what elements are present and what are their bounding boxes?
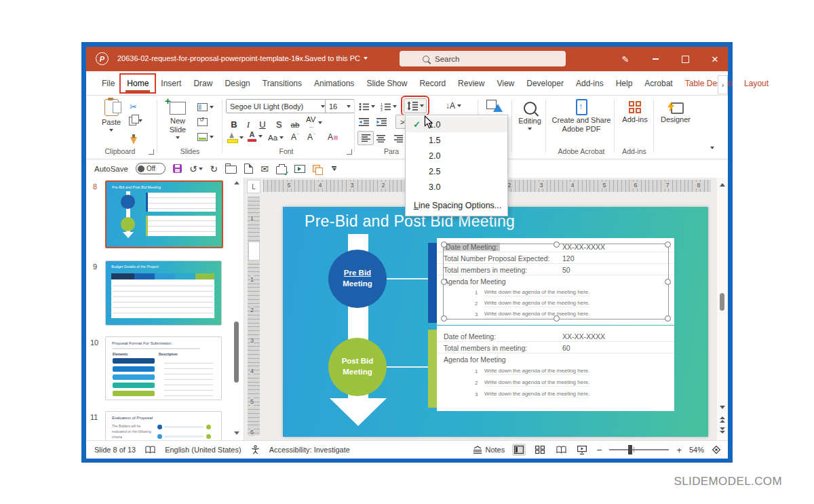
search-box[interactable]: Search <box>400 51 566 66</box>
menu-item-1-0[interactable]: ✓ 1.0 <box>406 117 507 132</box>
new-slide-button[interactable]: New Slide <box>162 99 193 139</box>
tab-help[interactable]: Help <box>610 75 639 92</box>
slide-8-thumbnail[interactable]: Pre-Bid and Post Bid Meeting <box>105 180 223 248</box>
tab-acrobat[interactable]: Acrobat <box>638 75 678 92</box>
zoom-slider[interactable] <box>609 449 669 450</box>
underline-button[interactable]: U <box>257 115 268 130</box>
menu-item-2-5[interactable]: 2.5 <box>406 163 507 179</box>
minimize-button[interactable] <box>644 47 667 71</box>
character-spacing-button[interactable]: AV↔ <box>306 117 322 129</box>
editor-scrollbar[interactable] <box>717 178 728 440</box>
thumbnail-scrollbar[interactable] <box>233 178 240 440</box>
duplicate-slide-button[interactable] <box>313 165 320 172</box>
increase-font-size-button[interactable]: Aˆ <box>291 131 299 143</box>
strikethrough-button[interactable]: ab <box>288 115 302 130</box>
slide-sorter-view-button[interactable] <box>533 444 547 456</box>
zoom-out-button[interactable]: − <box>596 444 602 455</box>
zoom-slider-thumb[interactable] <box>628 445 632 454</box>
section-button[interactable] <box>197 131 214 143</box>
increase-indent-button[interactable] <box>376 116 387 128</box>
open-button[interactable] <box>225 163 237 174</box>
align-left-button[interactable] <box>357 131 374 145</box>
scroll-up-icon[interactable] <box>234 181 239 185</box>
powerpoint-logo-icon[interactable]: P <box>96 52 109 65</box>
decrease-font-size-button[interactable]: Aˇ <box>307 131 315 143</box>
resize-handle[interactable] <box>554 241 560 248</box>
tab-add-ins[interactable]: Add-ins <box>570 75 610 92</box>
resize-handle[interactable] <box>665 315 671 322</box>
start-slideshow-button[interactable] <box>294 165 305 173</box>
fit-to-window-icon[interactable] <box>712 445 721 454</box>
tab-file[interactable]: File <box>96 75 121 92</box>
zoom-in-button[interactable]: + <box>676 445 682 455</box>
highlight-color-button[interactable] <box>227 132 244 144</box>
postbid-meeting-circle[interactable]: Post Bid Meeting <box>328 338 387 396</box>
next-slide-button[interactable] <box>720 427 725 433</box>
bold-button[interactable]: B <box>229 115 239 130</box>
font-dialog-launcher[interactable] <box>347 149 352 155</box>
scrollbar-thumb[interactable] <box>720 293 724 311</box>
tab-animations[interactable]: Animations <box>308 75 360 92</box>
menu-item-1-5[interactable]: 1.5 <box>406 132 507 148</box>
resize-handle[interactable] <box>441 279 447 285</box>
align-right-button[interactable] <box>394 132 403 144</box>
tab-design[interactable]: Design <box>218 75 256 92</box>
email-button[interactable]: ✉ <box>260 163 269 174</box>
tab-developer[interactable]: Developer <box>520 75 570 92</box>
paste-button[interactable]: Paste <box>97 99 125 132</box>
tab-draw[interactable]: Draw <box>187 75 218 92</box>
text-shadow-button[interactable]: S <box>273 115 284 130</box>
format-painter-button[interactable] <box>130 131 137 143</box>
autosave-toggle[interactable]: Off <box>136 163 166 174</box>
customize-qat-button[interactable] <box>332 166 336 170</box>
menu-item-3-0[interactable]: 3.0 <box>406 179 507 195</box>
resize-handle[interactable] <box>665 241 671 248</box>
scrollbar-thumb[interactable] <box>234 322 239 383</box>
ink-pen-button[interactable]: ✎ <box>614 47 637 71</box>
accessibility-status[interactable]: Accessibility: Investigate <box>269 446 350 454</box>
redo-button[interactable]: ↻ <box>210 163 218 174</box>
selection-frame[interactable] <box>443 244 669 319</box>
tab-home[interactable]: Home <box>121 75 155 92</box>
tab-selector-box[interactable]: L <box>247 180 260 193</box>
line-spacing-button[interactable] <box>404 98 427 113</box>
tab-scroll-right-button[interactable]: › <box>718 75 728 94</box>
new-document-button[interactable] <box>244 163 253 174</box>
slide-layout-button[interactable] <box>197 101 214 113</box>
copy-button[interactable] <box>129 115 142 127</box>
slideshow-view-button[interactable] <box>575 444 589 456</box>
scroll-up-icon[interactable] <box>720 183 725 187</box>
tab-review[interactable]: Review <box>452 75 490 92</box>
numbering-button[interactable]: 123 <box>381 100 397 113</box>
text-direction-button[interactable]: ↓A <box>446 100 461 112</box>
save-button[interactable] <box>173 164 182 173</box>
resize-handle[interactable] <box>665 279 671 285</box>
line-spacing-options-item[interactable]: Line Spacing Options... <box>406 197 507 214</box>
undo-button[interactable]: ↺ <box>189 163 203 174</box>
prebid-meeting-circle[interactable]: Pre Bid Meeting <box>328 250 387 308</box>
reset-slide-button[interactable] <box>197 116 208 128</box>
normal-view-button[interactable] <box>512 444 526 456</box>
designer-button[interactable]: Designer <box>657 99 694 124</box>
collapse-ribbon-button[interactable] <box>710 142 714 154</box>
tab-transitions[interactable]: Transitions <box>256 75 308 92</box>
reading-view-button[interactable] <box>554 444 568 456</box>
print-preview-button[interactable] <box>276 163 287 174</box>
tab-insert[interactable]: Insert <box>155 75 187 92</box>
slide-11-thumbnail[interactable]: Evaluation of Proposal The Bidders will … <box>105 411 222 440</box>
slide-9-thumbnail[interactable]: Budget Details of the Project <box>105 260 222 326</box>
shapes-button[interactable] <box>486 100 503 112</box>
maximize-button[interactable] <box>674 47 697 71</box>
previous-slide-button[interactable] <box>720 416 725 423</box>
saved-status[interactable]: Saved to this PC <box>305 54 368 62</box>
slide-10-thumbnail[interactable]: Proposal Format For Submission Elements … <box>105 336 222 400</box>
bullets-button[interactable] <box>359 100 375 113</box>
create-share-adobe-pdf-button[interactable]: Create and ShareAdobe PDF <box>550 99 613 134</box>
decrease-indent-button[interactable] <box>359 116 369 128</box>
add-ins-button[interactable]: Add-ins <box>618 99 652 124</box>
slide-canvas[interactable]: Pre-Bid and Post Bid Meeting Pre Bid Mee… <box>283 207 708 437</box>
tab-view[interactable]: View <box>490 75 520 92</box>
close-button[interactable]: ✕ <box>703 47 726 71</box>
scroll-down-icon[interactable] <box>234 431 239 435</box>
menu-item-2-0[interactable]: 2.0 <box>406 148 507 163</box>
